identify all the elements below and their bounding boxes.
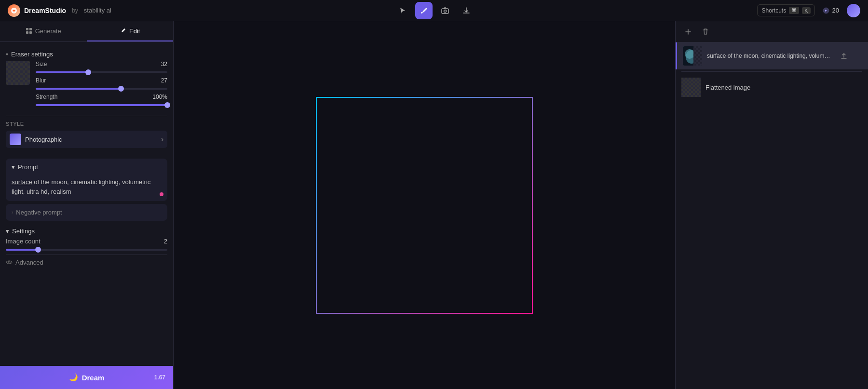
- prompt-label: Prompt: [18, 163, 38, 171]
- image-count-slider[interactable]: [6, 249, 167, 251]
- svg-rect-6: [29, 28, 32, 30]
- svg-point-21: [381, 187, 391, 193]
- advanced-eye-icon: [6, 259, 13, 266]
- main-content: Generate Edit ▾ Eraser settings: [0, 21, 868, 389]
- svg-point-20: [367, 188, 379, 194]
- eraser-settings-header[interactable]: ▾ Eraser settings: [6, 48, 167, 61]
- prompt-text[interactable]: surface of the moon, cinematic lighting,…: [12, 177, 162, 196]
- size-slider[interactable]: [36, 71, 167, 73]
- strength-label: Strength: [36, 94, 57, 100]
- kbd1: ⌘: [789, 7, 799, 14]
- style-value: Photographic: [25, 136, 62, 143]
- layer-name-flat: Flattened image: [705, 84, 862, 91]
- image-container: [316, 97, 533, 314]
- layer-upload-button[interactable]: [837, 49, 851, 63]
- strength-slider-group: Strength 100%: [36, 94, 167, 106]
- prompt-rest: of the moon, cinematic lighting, volumet…: [12, 178, 150, 195]
- negative-prompt-section: › Negative prompt: [6, 204, 167, 221]
- brand-by: by: [72, 7, 78, 14]
- blur-slider-group: Blur 27: [36, 77, 167, 90]
- sidebar-tabs: Generate Edit: [0, 21, 173, 42]
- advanced-row[interactable]: Advanced: [6, 255, 167, 270]
- prompt-header[interactable]: ▾ Prompt: [6, 159, 167, 175]
- svg-point-24: [353, 143, 406, 167]
- tab-edit-label: Edit: [129, 27, 140, 35]
- eraser-settings-label: Eraser settings: [11, 51, 53, 58]
- credits-badge: 20: [823, 7, 839, 14]
- svg-point-9: [8, 261, 10, 263]
- svg-point-1: [421, 12, 422, 13]
- svg-rect-8: [29, 31, 32, 34]
- settings-section: ▾ Settings Image count 2: [6, 225, 167, 251]
- left-sidebar: Generate Edit ▾ Eraser settings: [0, 21, 174, 389]
- shortcuts-label: Shortcuts: [761, 7, 786, 14]
- style-chevron-icon: ›: [161, 135, 163, 144]
- layer-thumbnail-flat: [681, 78, 701, 97]
- brand-logo-icon: [8, 4, 20, 17]
- svg-rect-5: [26, 28, 28, 30]
- settings-header[interactable]: ▾ Settings: [6, 225, 167, 238]
- prompt-body: surface of the moon, cinematic lighting,…: [6, 175, 167, 201]
- tab-edit[interactable]: Edit: [87, 21, 174, 41]
- strength-slider[interactable]: [36, 104, 167, 106]
- svg-point-22: [361, 211, 390, 222]
- eraser-preview: [6, 61, 30, 85]
- style-selector-inner: Photographic: [10, 134, 62, 145]
- svg-rect-7: [26, 31, 28, 34]
- svg-rect-2: [442, 9, 448, 13]
- topbar-right: Shortcuts ⌘ K 20: [757, 4, 860, 17]
- canvas-area[interactable]: [174, 21, 675, 389]
- sliders-group: Size 32 Blur 27: [36, 61, 167, 110]
- svg-rect-29: [693, 46, 702, 66]
- add-layer-button[interactable]: [681, 25, 695, 39]
- style-section: Style Photographic ›: [6, 116, 167, 153]
- size-value: 32: [152, 61, 167, 67]
- camera-tool-button[interactable]: [436, 2, 454, 19]
- brand-area: DreamStudio by stability ai: [8, 4, 111, 17]
- image-count-row: Image count 2: [6, 238, 167, 245]
- topbar-tools: [394, 2, 475, 19]
- topbar: DreamStudio by stability ai: [0, 0, 868, 21]
- eraser-chevron-icon: ▾: [6, 52, 8, 57]
- blur-value: 27: [152, 77, 167, 84]
- download-button[interactable]: [458, 2, 475, 19]
- negative-prompt-header[interactable]: › Negative prompt: [6, 204, 167, 221]
- strength-value: 100%: [152, 94, 167, 100]
- brand-name: DreamStudio: [24, 7, 66, 14]
- size-slider-group: Size 32: [36, 61, 167, 73]
- delete-layer-button[interactable]: [699, 25, 712, 39]
- prompt-chevron-icon: ▾: [12, 163, 15, 171]
- image-count-value: 2: [164, 238, 167, 245]
- layer-thumbnail-main: [683, 46, 702, 66]
- dream-credits: 1.67: [154, 374, 165, 381]
- dream-button[interactable]: 🌙 Dream 1.67: [0, 366, 173, 389]
- blur-slider[interactable]: [36, 88, 167, 90]
- style-section-label: Style: [6, 121, 167, 127]
- right-toolbar: [676, 21, 868, 42]
- kbd2: K: [802, 7, 810, 14]
- layer-item-main[interactable]: surface of the moon, cinematic lighting,…: [676, 42, 868, 69]
- cursor-tool-button[interactable]: [394, 2, 411, 19]
- layer-item-flat[interactable]: Flattened image: [676, 74, 868, 101]
- settings-chevron-icon: ▾: [6, 228, 9, 235]
- size-label: Size: [36, 61, 47, 67]
- svg-rect-38: [681, 78, 701, 97]
- image-count-label: Image count: [6, 238, 41, 245]
- eraser-settings-content: Size 32 Blur 27: [6, 61, 167, 110]
- neg-prompt-chevron-icon: ›: [12, 210, 13, 215]
- layer-name-main: surface of the moon, cinematic lighting,…: [707, 53, 832, 59]
- avatar[interactable]: [847, 4, 860, 17]
- paintbrush-tool-button[interactable]: [415, 2, 433, 19]
- advanced-label: Advanced: [15, 259, 43, 266]
- dream-icon: 🌙: [69, 373, 78, 382]
- tab-generate[interactable]: Generate: [0, 21, 87, 41]
- astronaut-image: [316, 97, 442, 314]
- dream-label: Dream: [82, 374, 105, 382]
- shortcuts-button[interactable]: Shortcuts ⌘ K: [757, 4, 814, 16]
- sidebar-panel: ▾ Eraser settings Size 32: [0, 42, 173, 366]
- negative-prompt-label: Negative prompt: [16, 209, 62, 216]
- style-selector[interactable]: Photographic ›: [6, 131, 167, 148]
- prompt-indicator-dot: [160, 192, 163, 196]
- svg-rect-23: [357, 246, 372, 256]
- svg-point-3: [444, 10, 446, 12]
